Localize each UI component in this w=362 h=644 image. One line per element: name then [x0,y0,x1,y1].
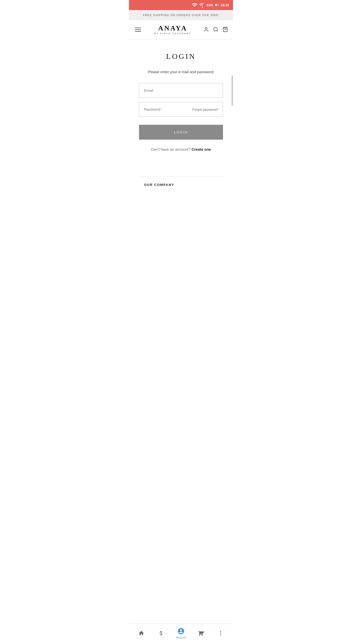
forgot-password-link[interactable]: Forgot password? [192,107,218,111]
promo-banner: FREE SHIPPING ON ORDERS OVER PKR 3000! [129,10,233,20]
svg-point-5 [214,27,217,31]
scrollbar [232,75,233,106]
login-subtitle: Please enter your e-mail and password: [139,70,223,74]
password-form-group: Forgot password? [139,102,223,117]
create-one-link[interactable]: Create one [192,147,211,151]
wifi-icon [192,2,198,8]
logo-main: ANAYA [145,25,201,32]
svg-rect-1 [218,5,218,6]
logo-sub: BY KIRAN CHAUDHRY [145,32,201,35]
main-content: LOGIN Please enter your e-mail and passw… [129,39,233,202]
svg-point-4 [205,27,207,29]
logo: ANAYA BY KIRAN CHAUDHRY [142,25,203,35]
login-button[interactable]: LOGIN [139,125,223,140]
signal-icon [199,2,205,8]
status-icons: 51% 18:29 [192,2,229,8]
header-icons [203,27,228,33]
time: 18:29 [221,3,229,7]
cart-icon[interactable] [222,27,228,33]
email-input[interactable] [139,83,223,98]
page-title: LOGIN [139,52,223,61]
email-form-group [139,83,223,98]
status-bar: 51% 18:29 [129,0,233,10]
header: ANAYA BY KIRAN CHAUDHRY [129,20,233,39]
menu-button[interactable] [134,27,142,33]
our-company-title: OUR COMPANY [144,183,218,187]
battery-icon [215,3,219,7]
battery-percentage: 51% [207,3,213,7]
no-account-text: Don't have an account? [151,147,191,151]
create-account-prompt: Don't have an account? Create one [139,147,223,151]
password-wrapper: Forgot password? [139,102,223,117]
promo-text: FREE SHIPPING ON ORDERS OVER PKR 3000! [143,14,219,17]
search-icon[interactable] [213,27,218,33]
footer-section: OUR COMPANY [139,177,223,187]
account-icon[interactable] [203,27,209,33]
